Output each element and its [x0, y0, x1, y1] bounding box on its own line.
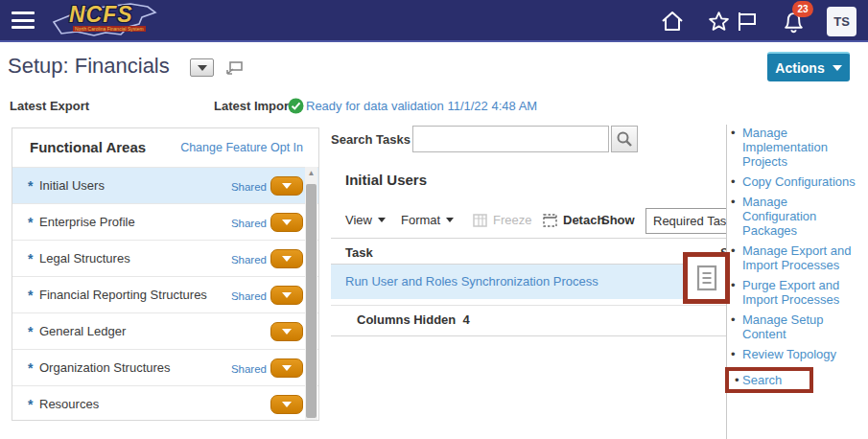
required-marker: * [28, 324, 33, 339]
tasks-panel: Search Tasks Initial Users View Format F… [331, 121, 726, 439]
search-tasks-label: Search Tasks [331, 132, 411, 147]
area-actions-dropdown-button[interactable] [270, 322, 303, 341]
area-actions-dropdown-button[interactable] [270, 213, 303, 232]
chevron-down-icon [198, 65, 207, 71]
area-actions-dropdown-button[interactable] [270, 395, 303, 414]
change-feature-opt-in-link[interactable]: Change Feature Opt In [180, 141, 303, 154]
required-marker: * [28, 288, 33, 303]
setup-financials-page: NCFS North Carolina Financial System 23 [0, 0, 868, 439]
shared-badge: Shared [231, 363, 267, 375]
search-tasks-input[interactable] [412, 126, 609, 152]
logo-subtext: North Carolina Financial System [73, 26, 146, 32]
functional-areas-scrollbar[interactable]: ▲ [305, 167, 317, 421]
annotation-highlight-tasks-icon [683, 252, 730, 304]
area-actions-dropdown-button[interactable] [270, 286, 303, 305]
notifications-bell[interactable]: 23 [781, 9, 806, 34]
required-marker: * [28, 397, 33, 412]
area-actions-dropdown-button[interactable] [270, 249, 303, 268]
latest-import-label: Latest Import [214, 99, 293, 113]
status-bar: Latest Export Latest Import Ready for da… [0, 96, 868, 117]
chevron-down-icon [282, 329, 292, 335]
show-filter-dropdown[interactable]: Required Tasks [645, 208, 726, 234]
chevron-down-icon [446, 218, 454, 222]
chevron-down-icon [282, 292, 292, 298]
share-icon[interactable] [226, 60, 244, 80]
task-link[interactable]: Run User and Roles Synchronization Proce… [345, 274, 598, 289]
functional-area-row-organization-structures[interactable]: * Organization Structures Shared [12, 349, 318, 385]
tasks-toolbar: View Format Freeze Detach Show Required … [331, 205, 726, 238]
divider [331, 305, 726, 306]
chevron-down-icon [282, 256, 292, 262]
notification-count-badge: 23 [792, 1, 813, 17]
favorites-star-icon[interactable] [706, 9, 731, 34]
link-review-topology[interactable]: Review Topology [729, 347, 859, 361]
functional-area-row-financial-reporting-structures[interactable]: * Financial Reporting Structures Shared [12, 276, 318, 312]
task-document-icon[interactable] [696, 265, 717, 291]
ncfs-logo: NCFS North Carolina Financial System [48, 0, 163, 40]
link-manage-export-import-processes[interactable]: Manage Export and Import Processes [729, 243, 859, 272]
functional-area-row-general-ledger[interactable]: * General Ledger [12, 312, 318, 349]
home-icon[interactable] [660, 9, 685, 34]
required-marker: * [28, 215, 33, 230]
shared-badge: Shared [231, 181, 267, 193]
success-check-icon [288, 98, 304, 117]
freeze-button: Freeze [473, 213, 531, 227]
actions-button[interactable]: Actions [767, 52, 850, 81]
actions-button-label: Actions [775, 60, 824, 76]
divider [331, 238, 726, 239]
functional-areas-title: Functional Areas [30, 139, 146, 155]
search-icon [616, 130, 633, 148]
functional-areas-panel: Functional Areas Change Feature Opt In *… [12, 127, 319, 421]
title-dropdown-button[interactable] [190, 58, 214, 77]
title-row: Setup: Financials Actions [0, 50, 868, 86]
link-manage-configuration-packages[interactable]: Manage Configuration Packages [729, 195, 859, 238]
view-menu[interactable]: View [345, 213, 386, 227]
scrollbar-thumb[interactable] [306, 184, 317, 418]
task-column-header: Task [345, 245, 373, 260]
chevron-down-icon [833, 65, 842, 71]
shared-badge: Shared [231, 218, 267, 229]
quick-links-panel: Manage Implementation Projects Copy Conf… [729, 126, 868, 399]
shared-badge: Shared [231, 290, 267, 302]
required-marker: * [28, 178, 33, 194]
columns-hidden-count: 4 [463, 312, 470, 327]
hamburger-menu-icon[interactable] [12, 12, 35, 29]
watchlist-flag-icon[interactable] [735, 9, 760, 34]
import-status-link[interactable]: Ready for data validation 11/1/22 4:48 A… [306, 99, 537, 113]
chevron-down-icon [282, 183, 292, 189]
chevron-down-icon [282, 365, 292, 371]
user-avatar[interactable]: TS [827, 7, 856, 36]
latest-export-label: Latest Export [10, 99, 89, 113]
chevron-down-icon [378, 218, 386, 222]
columns-hidden-status: Columns Hidden 4 [357, 312, 470, 327]
link-copy-configurations[interactable]: Copy Configurations [729, 174, 859, 189]
page-title: Setup: Financials [8, 54, 170, 79]
functional-area-row-enterprise-profile[interactable]: * Enterprise Profile Shared [12, 203, 318, 240]
required-marker: * [28, 251, 33, 266]
section-title: Initial Users [345, 172, 427, 188]
search-button[interactable] [611, 126, 638, 152]
divider [331, 335, 726, 336]
link-manage-setup-content[interactable]: Manage Setup Content [729, 312, 859, 341]
table-row[interactable]: Run User and Roles Synchronization Proce… [331, 265, 726, 299]
app-header: NCFS North Carolina Financial System 23 [0, 0, 868, 42]
format-menu[interactable]: Format [401, 213, 454, 227]
chevron-down-icon [282, 220, 292, 225]
link-manage-implementation-projects[interactable]: Manage Implementation Projects [729, 126, 827, 169]
area-actions-dropdown-button[interactable] [270, 176, 303, 196]
detach-icon [543, 214, 557, 227]
freeze-table-icon [473, 214, 487, 227]
required-marker: * [28, 360, 33, 376]
chevron-down-icon [282, 402, 292, 407]
link-search[interactable]: Search [725, 367, 813, 393]
show-label: Show [601, 213, 635, 227]
scrollbar-up-arrow-icon[interactable]: ▲ [305, 169, 317, 177]
functional-area-row-initial-users[interactable]: * Initial Users Shared [12, 167, 318, 203]
shared-badge: Shared [231, 254, 267, 266]
functional-area-row-legal-structures[interactable]: * Legal Structures Shared [12, 240, 318, 276]
logo-text: NCFS [69, 2, 133, 28]
functional-area-row-resources[interactable]: * Resources [12, 385, 318, 421]
detach-button[interactable]: Detach [543, 213, 604, 227]
link-purge-export-import-processes[interactable]: Purge Export and Import Processes [729, 278, 859, 307]
area-actions-dropdown-button[interactable] [270, 358, 303, 378]
